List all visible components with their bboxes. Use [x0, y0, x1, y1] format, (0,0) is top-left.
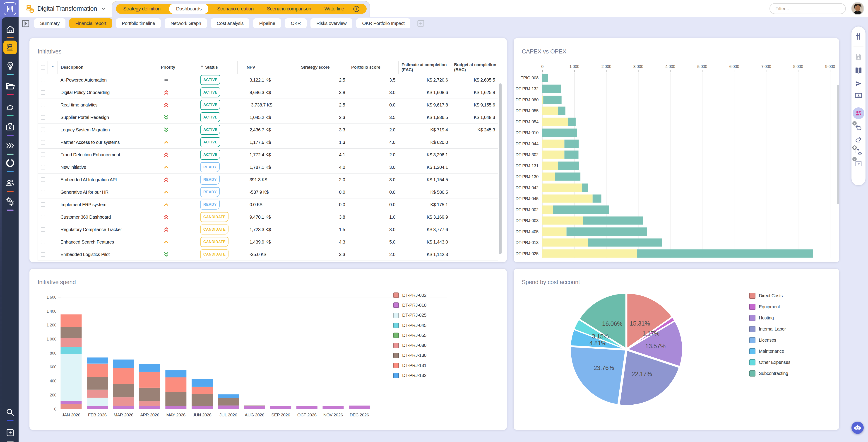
table-scrollbar[interactable]	[499, 83, 502, 254]
row-checkbox[interactable]	[41, 115, 45, 120]
table-row[interactable]: Legacy System Migration ACTIVE 2,436.7 K…	[38, 124, 498, 136]
header-priority[interactable]: Priority	[158, 61, 198, 74]
sidebar-item-settings[interactable]	[2, 195, 19, 211]
dashboard-tab-portfolio-timeline[interactable]: Portfolio timeline	[116, 18, 161, 28]
sidebar-item-portfolio[interactable]	[2, 120, 19, 136]
sidebar-item-strategy[interactable]	[2, 40, 19, 56]
header-npv[interactable]: NPV	[237, 61, 298, 74]
toolbar-send-button[interactable]	[851, 78, 866, 90]
table-row[interactable]: Supplier Portal Redesign ACTIVE 1,045.2 …	[38, 111, 498, 124]
dashboard-tab-summary[interactable]: Summary	[34, 18, 65, 28]
assistant-fab[interactable]	[851, 422, 864, 434]
table-row[interactable]: Generative AI for our HR READY -537.9 K$…	[38, 186, 498, 199]
toolbar-tune-button[interactable]	[851, 30, 866, 42]
legend-item[interactable]: Internal Labor	[749, 324, 790, 334]
filter-input[interactable]	[775, 6, 840, 11]
header-select-all[interactable]	[38, 61, 48, 74]
dashboard-tab-okr-portfolio-impact[interactable]: OKR Portfolio Impact	[356, 18, 410, 28]
row-checkbox[interactable]	[41, 165, 45, 170]
legend-item[interactable]: Other Expenses	[749, 357, 790, 368]
main-nav-tab-dashboards[interactable]: Dashboards	[169, 4, 208, 14]
main-nav-tab-scenario-creation[interactable]: Scenario creation	[213, 4, 258, 14]
table-row[interactable]: Real-time analytics ACTIVE -3,738.7 K$ 2…	[38, 99, 498, 111]
table-row[interactable]: Partner Access to our systems ACTIVE 1,1…	[38, 136, 498, 149]
sidebar-item-projects[interactable]	[2, 79, 19, 95]
avatar[interactable]	[851, 2, 864, 15]
main-nav-tab-strategy-definition[interactable]: Strategy definition	[119, 4, 165, 14]
legend-item[interactable]: DT-PRJ-045	[393, 320, 426, 330]
row-checkbox[interactable]	[41, 90, 45, 95]
row-checkbox[interactable]	[41, 140, 45, 145]
legend-item[interactable]: Maintenance	[749, 346, 790, 357]
row-checkbox[interactable]	[41, 152, 45, 157]
toolbar-save-button[interactable]	[851, 51, 866, 63]
row-checkbox[interactable]	[41, 78, 45, 82]
header-strategy-score[interactable]: Strategy score	[298, 61, 348, 74]
row-checkbox[interactable]	[41, 227, 45, 232]
legend-item[interactable]: DT-PRJ-132	[393, 371, 426, 380]
main-nav-tab-scenario-comparison[interactable]: Scenario comparison	[262, 4, 316, 14]
table-row[interactable]: Implement ERP system READY 0.0 K$ 0.0 0.…	[38, 199, 498, 211]
row-checkbox[interactable]	[41, 240, 45, 244]
legend-item[interactable]: DT-PRJ-025	[393, 311, 426, 320]
dashboard-tab-financial-report[interactable]: Financial report	[69, 18, 112, 28]
table-row[interactable]: Digital Policy Onboarding ACTIVE 8,646.3…	[38, 86, 498, 99]
table-row[interactable]: Regulatory Compliance Tracker CANDIDATE …	[38, 224, 498, 236]
table-row[interactable]: New initiative READY 1,787.1 K$ 4.0 3.0 …	[38, 161, 498, 174]
add-dashboard-icon[interactable]	[416, 19, 425, 28]
dashboard-tab-cost-analysis[interactable]: Cost analysis	[211, 18, 249, 28]
row-checkbox[interactable]	[41, 102, 45, 107]
toolbar-collaborators-button[interactable]	[851, 107, 866, 119]
legend-item[interactable]: Equipment	[749, 301, 790, 313]
sidebar-item-resources[interactable]	[2, 176, 19, 192]
add-scenario-icon[interactable]	[353, 5, 360, 12]
select-all-checkbox[interactable]	[41, 65, 45, 69]
app-logo[interactable]	[0, 0, 19, 17]
legend-item[interactable]: DT-PRJ-131	[393, 360, 426, 371]
row-checkbox[interactable]	[41, 252, 45, 257]
project-switcher[interactable]: Digital Transformation	[25, 2, 106, 16]
sidebar-item-home[interactable]	[2, 23, 19, 38]
sidebar-item-search[interactable]	[2, 406, 19, 421]
row-checkbox[interactable]	[41, 215, 45, 219]
dashboard-tab-risks-overview[interactable]: Risks overview	[310, 18, 352, 28]
dashboard-tab-okr[interactable]: OKR	[285, 18, 307, 28]
legend-item[interactable]: Direct Costs	[749, 290, 790, 301]
sidebar-item-pipeline[interactable]	[2, 139, 19, 155]
table-row[interactable]: Enhanced Search Features CANDIDATE 1,439…	[38, 236, 498, 248]
legend-item[interactable]: Hosting	[749, 313, 790, 324]
header-description[interactable]: Description	[58, 61, 158, 74]
toolbar-redo-button[interactable]	[851, 134, 866, 146]
table-row[interactable]: Embedded AI Integration API READY 391.3 …	[38, 174, 498, 186]
table-row[interactable]: Customer 360 Dashboard CANDIDATE 9,470.1…	[38, 211, 498, 224]
row-checkbox[interactable]	[41, 127, 45, 132]
legend-item[interactable]: DT-PRJ-130	[393, 351, 426, 360]
legend-item[interactable]: Subcontracting	[749, 368, 790, 379]
row-checkbox[interactable]	[41, 177, 45, 182]
sidebar-item-sprints[interactable]	[2, 100, 19, 116]
dashboard-tab-network-graph[interactable]: Network Graph	[165, 18, 207, 28]
toolbar-calendar-button[interactable]	[851, 157, 866, 170]
table-row[interactable]: AI-Powered Automation ACTIVE 3,122.1 K$ …	[38, 74, 498, 86]
legend-item[interactable]: DT-PRJ-010	[393, 300, 426, 310]
row-checkbox[interactable]	[41, 202, 45, 207]
toolbar-knowledge-button[interactable]	[851, 65, 866, 77]
header-eac[interactable]: Estimate at completion(EAC)	[398, 61, 451, 74]
capex-chart-scrollbar[interactable]	[837, 85, 839, 204]
toolbar-undo-button[interactable]	[851, 121, 866, 134]
toolbar-presentation-button[interactable]	[851, 89, 866, 102]
legend-item[interactable]: Licenses	[749, 334, 790, 346]
table-row[interactable]: Embedded Logistics Pilot CANDIDATE -35.0…	[38, 248, 498, 261]
sidebar-item-reports[interactable]	[2, 156, 19, 172]
header-status[interactable]: Status	[198, 61, 237, 74]
expand-panel-icon[interactable]	[22, 20, 29, 27]
table-row[interactable]: Fraud Detection Enhancement ACTIVE 1,772…	[38, 149, 498, 161]
header-portfolio-score[interactable]: Portfolio score	[348, 61, 398, 74]
main-nav-tab-waterline[interactable]: Waterline	[320, 4, 349, 14]
row-checkbox[interactable]	[41, 190, 45, 195]
legend-item[interactable]: DT-PRJ-002	[393, 290, 426, 300]
header-bac[interactable]: Budget at completion(BAC)	[451, 61, 498, 74]
sidebar-item-ideas[interactable]	[2, 59, 19, 75]
legend-item[interactable]: DT-PRJ-055	[393, 330, 426, 340]
toolbar-workflow-settings-button[interactable]	[851, 146, 866, 158]
